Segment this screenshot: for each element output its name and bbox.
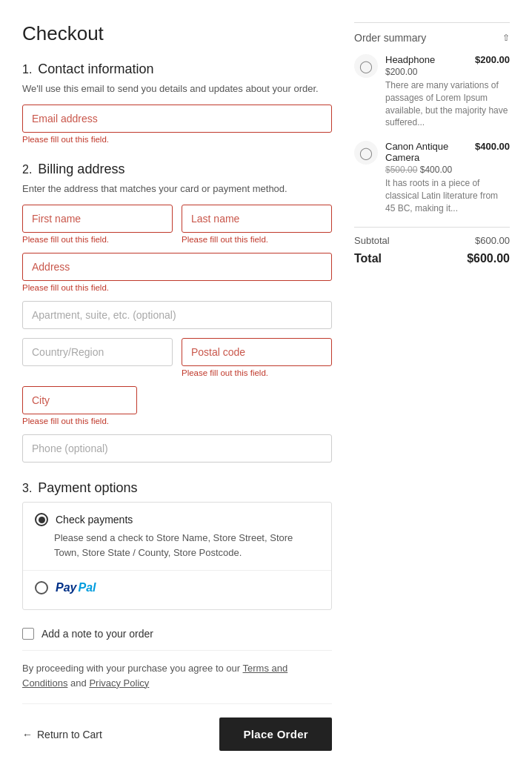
- payment-options-box: Check payments Please send a check to St…: [22, 502, 332, 610]
- check-payment-option[interactable]: Check payments Please send a check to St…: [23, 503, 331, 571]
- postal-error: Please fill out this field.: [182, 368, 332, 377]
- address-group: Please fill out this field.: [22, 253, 332, 292]
- item-2-price: $400.00: [475, 141, 510, 163]
- email-field[interactable]: [22, 105, 332, 133]
- last-name-error: Please fill out this field.: [182, 235, 332, 244]
- order-item-2: ◯ Canon Antique Camera $400.00 $500.00 $…: [354, 141, 510, 214]
- note-checkbox[interactable]: [22, 628, 34, 640]
- subtotal-value: $600.00: [475, 235, 510, 246]
- email-group: Please fill out this field.: [22, 105, 332, 144]
- item-2-description: It has roots in a piece of classical Lat…: [385, 177, 510, 214]
- item-2-prices: $500.00 $400.00: [385, 165, 510, 175]
- city-error: Please fill out this field.: [22, 417, 332, 425]
- last-name-group: Please fill out this field.: [182, 205, 332, 244]
- order-item-1: ◯ Headphone $200.00 $200.00 There are ma…: [354, 54, 510, 129]
- terms-and: and: [70, 677, 87, 689]
- last-name-field[interactable]: [182, 205, 332, 233]
- bottom-actions: ← Return to Cart Place Order: [22, 715, 332, 751]
- check-payment-desc: Please send a check to Store Name, Store…: [54, 531, 319, 560]
- total-value: $600.00: [467, 252, 510, 265]
- terms-conditions-link[interactable]: Terms and Conditions: [22, 663, 287, 689]
- first-name-field[interactable]: [22, 205, 173, 233]
- item-2-name: Canon Antique Camera: [385, 141, 475, 163]
- chevron-up-icon[interactable]: ⇧: [502, 33, 510, 43]
- subtotal-label: Subtotal: [354, 235, 390, 246]
- country-postal-row: Please fill out this field.: [22, 338, 332, 377]
- email-error: Please fill out this field.: [22, 135, 332, 144]
- postal-field[interactable]: [182, 338, 332, 366]
- first-name-group: Please fill out this field.: [22, 205, 173, 244]
- paypal-payment-option[interactable]: PayPal: [23, 571, 331, 609]
- return-to-cart-label: Return to Cart: [37, 729, 102, 740]
- address-field[interactable]: [22, 253, 332, 281]
- country-field[interactable]: [22, 338, 173, 366]
- phone-field[interactable]: [22, 434, 332, 463]
- bottom-divider: [22, 703, 332, 704]
- check-radio[interactable]: [35, 513, 48, 526]
- subtotal-row: Subtotal $600.00: [354, 235, 510, 246]
- page-title: Checkout: [22, 22, 332, 45]
- item-1-name: Headphone: [385, 54, 435, 65]
- terms-text: By proceeding with your purchase you agr…: [22, 661, 332, 690]
- city-field[interactable]: [22, 386, 137, 414]
- item-2-icon: ◯: [354, 141, 378, 165]
- note-label: Add a note to your order: [41, 628, 153, 640]
- paypal-radio[interactable]: [35, 581, 48, 594]
- payment-section: 3. Payment options Check payments Please…: [22, 480, 332, 610]
- contact-section-number: 1.: [22, 63, 32, 76]
- country-group: [22, 338, 173, 377]
- apartment-field[interactable]: [22, 301, 332, 329]
- item-1-name-row: Headphone $200.00: [385, 54, 510, 65]
- billing-subtitle: Enter the address that matches your card…: [22, 183, 332, 194]
- item-1-sub-price: $200.00: [385, 67, 510, 77]
- name-row: Please fill out this field. Please fill …: [22, 205, 332, 244]
- city-group: Please fill out this field.: [22, 386, 332, 425]
- place-order-button[interactable]: Place Order: [219, 717, 332, 751]
- total-label: Total: [354, 252, 382, 265]
- phone-group: [22, 434, 332, 463]
- contact-section-title: Contact information: [38, 62, 153, 77]
- billing-section: 2. Billing address Enter the address tha…: [22, 162, 332, 463]
- item-1-description: There are many variations of passages of…: [385, 79, 510, 129]
- payment-section-title: Payment options: [38, 480, 137, 496]
- item-2-details: Canon Antique Camera $400.00 $500.00 $40…: [385, 141, 510, 214]
- billing-section-number: 2.: [22, 163, 32, 176]
- check-payment-label: Check payments: [56, 514, 133, 526]
- return-arrow-icon: ←: [22, 729, 33, 740]
- order-summary-header: Order summary ⇧: [354, 32, 510, 44]
- place-order-label: Place Order: [243, 728, 308, 740]
- sidebar-totals: Subtotal $600.00 Total $600.00: [354, 227, 510, 265]
- first-name-error: Please fill out this field.: [22, 235, 173, 244]
- paypal-logo: PayPal: [56, 581, 96, 594]
- item-2-name-row: Canon Antique Camera $400.00: [385, 141, 510, 163]
- item-2-sale-price: $400.00: [420, 165, 452, 175]
- item-2-original-price: $500.00: [385, 165, 417, 175]
- apartment-group: [22, 301, 332, 329]
- payment-section-number: 3.: [22, 482, 32, 495]
- total-row: Total $600.00: [354, 252, 510, 265]
- address-error: Please fill out this field.: [22, 283, 332, 292]
- terms-divider: [22, 650, 332, 651]
- note-section: Add a note to your order: [22, 628, 332, 640]
- billing-section-title: Billing address: [38, 162, 124, 177]
- sidebar-top-divider: [354, 22, 510, 23]
- contact-section: 1. Contact information We'll use this em…: [22, 62, 332, 144]
- contact-subtitle: We'll use this email to send you details…: [22, 83, 332, 94]
- privacy-policy-link[interactable]: Privacy Policy: [89, 677, 149, 689]
- postal-group: Please fill out this field.: [182, 338, 332, 377]
- item-1-details: Headphone $200.00 $200.00 There are many…: [385, 54, 510, 129]
- return-to-cart-button[interactable]: ← Return to Cart: [22, 729, 102, 740]
- order-summary-sidebar: Order summary ⇧ ◯ Headphone $200.00 $200…: [354, 22, 510, 751]
- item-1-price: $200.00: [475, 54, 510, 65]
- order-summary-title: Order summary: [354, 32, 426, 44]
- item-1-icon: ◯: [354, 54, 378, 78]
